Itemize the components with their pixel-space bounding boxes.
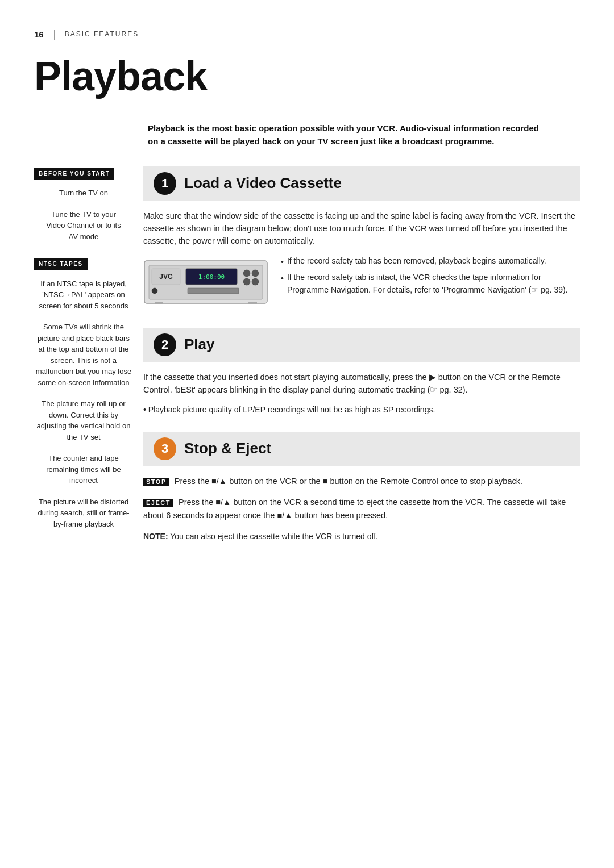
section-2-block: 2 Play If the cassette that you inserted…	[143, 328, 580, 416]
ntsc-item-3: The picture may roll up or down. Correct…	[34, 396, 133, 445]
before-you-start-section: BEFORE YOU START Turn the TV on Tune the…	[34, 166, 133, 245]
section-2-note: • Playback picture quality of LP/EP reco…	[143, 404, 580, 416]
ntsc-item-4: The counter and tape remaining times wil…	[34, 450, 133, 489]
svg-point-10	[252, 278, 259, 285]
page-title: Playback	[34, 47, 580, 106]
section-label: BASIC FEATURES	[65, 30, 139, 39]
page: 16 BASIC FEATURES Playback Playback is t…	[0, 0, 614, 868]
eject-paragraph: EJECT Press the ■/▲ button on the VCR a …	[143, 496, 580, 522]
stop-paragraph: STOP Press the ■/▲ button on the VCR or …	[143, 475, 580, 488]
section-3-note: NOTE: You can also eject the cassette wh…	[143, 531, 580, 542]
intro-text: Playback is the most basic operation pos…	[148, 122, 546, 148]
content-area: BEFORE YOU START Turn the TV on Tune the…	[34, 166, 580, 558]
bullet-text-2: If the record safety tab is intact, the …	[287, 272, 580, 296]
svg-point-9	[243, 278, 250, 285]
before-you-start-label: BEFORE YOU START	[34, 168, 114, 180]
ntsc-item-2: Some TVs will shrink the picture and pla…	[34, 319, 133, 390]
section-2-header: 2 Play	[143, 328, 580, 362]
stop-label: STOP	[143, 478, 169, 486]
section-1-header: 1 Load a Video Cassette	[143, 166, 580, 201]
section-1-bullets: • If the record safety tab has been remo…	[281, 255, 580, 300]
vcr-diagram-svg: 1:00:00 JVC	[143, 255, 268, 312]
before-item-2: Tune the TV to yourVideo Channel or to i…	[34, 207, 133, 245]
sidebar: BEFORE YOU START Turn the TV on Tune the…	[34, 166, 143, 558]
stop-text: Press the ■/▲ button on the VCR or the ■…	[175, 477, 522, 486]
section-3-title: Stop & Eject	[184, 438, 271, 460]
eject-text: Press the ■/▲ button on the VCR a second…	[143, 498, 566, 520]
svg-text:JVC: JVC	[159, 273, 173, 281]
section-3-number: 3	[154, 437, 176, 460]
svg-point-7	[243, 270, 250, 277]
section-1-number: 1	[154, 172, 176, 195]
section-2-number: 2	[154, 333, 176, 356]
bullet-item-1: • If the record safety tab has been remo…	[281, 255, 580, 269]
bullet-text-1: If the record safety tab has been remove…	[287, 255, 546, 269]
note-label: NOTE:	[143, 532, 168, 541]
ntsc-item-1: If an NTSC tape is played, 'NTSC→PAL' ap…	[34, 276, 133, 314]
section-3-header: 3 Stop & Eject	[143, 432, 580, 466]
svg-text:1:00:00: 1:00:00	[198, 273, 225, 281]
page-number: 16	[34, 28, 44, 41]
header-divider	[54, 30, 55, 40]
section-3-block: 3 Stop & Eject STOP Press the ■/▲ button…	[143, 432, 580, 542]
bullet-dot-2: •	[281, 273, 284, 296]
ntsc-tapes-section: NTSC TAPES If an NTSC tape is played, 'N…	[34, 257, 133, 532]
svg-rect-6	[188, 288, 239, 294]
svg-rect-13	[248, 302, 257, 304]
ntsc-tapes-label: NTSC TAPES	[34, 258, 88, 270]
section-1-block: 1 Load a Video Cassette Make sure that t…	[143, 166, 580, 312]
svg-point-11	[152, 288, 157, 294]
bullet-dot-1: •	[281, 256, 284, 269]
before-item-1: Turn the TV on	[34, 185, 133, 201]
ntsc-item-5: The picture will be distorted during sea…	[34, 494, 133, 532]
vcr-diagram: 1:00:00 JVC	[143, 255, 268, 312]
main-content: 1 Load a Video Cassette Make sure that t…	[143, 166, 580, 558]
svg-rect-12	[155, 302, 163, 304]
section-2-title: Play	[184, 334, 215, 356]
page-header: 16 BASIC FEATURES	[34, 28, 580, 41]
cassette-diagram-row: 1:00:00 JVC	[143, 255, 580, 312]
eject-label: EJECT	[143, 499, 173, 507]
section-1-title: Load a Video Cassette	[184, 173, 342, 194]
note-body-text: You can also eject the cassette while th…	[170, 532, 378, 541]
section-1-body: Make sure that the window side of the ca…	[143, 210, 580, 247]
bullet-item-2: • If the record safety tab is intact, th…	[281, 272, 580, 296]
svg-point-8	[252, 270, 259, 277]
section-2-body: If the cassette that you inserted does n…	[143, 371, 580, 396]
